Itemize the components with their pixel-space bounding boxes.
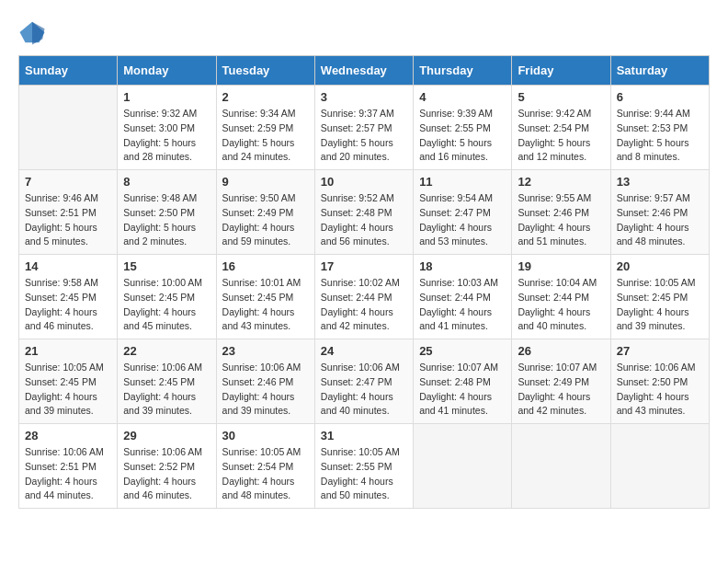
day-number: 13 [617,175,703,189]
day-number: 22 [123,344,210,358]
day-number: 8 [123,175,210,189]
calendar-day-cell: 12Sunrise: 9:55 AM Sunset: 2:46 PM Dayli… [512,170,610,255]
day-info: Sunrise: 10:05 AM Sunset: 2:45 PM Daylig… [25,361,111,419]
calendar-day-cell: 28Sunrise: 10:06 AM Sunset: 2:51 PM Dayl… [19,424,118,509]
day-number: 5 [518,90,604,104]
calendar-day-cell [512,424,610,509]
calendar-day-cell: 1Sunrise: 9:32 AM Sunset: 3:00 PM Daylig… [118,86,216,170]
day-number: 1 [123,90,210,104]
day-info: Sunrise: 9:55 AM Sunset: 2:46 PM Dayligh… [518,191,604,249]
day-number: 20 [617,259,703,273]
calendar-day-cell: 14Sunrise: 9:58 AM Sunset: 2:45 PM Dayli… [19,255,118,339]
day-number: 4 [419,90,506,104]
calendar-body: 1Sunrise: 9:32 AM Sunset: 3:00 PM Daylig… [19,86,710,509]
day-number: 3 [321,90,407,104]
day-info: Sunrise: 10:06 AM Sunset: 2:45 PM Daylig… [123,361,210,419]
day-info: Sunrise: 9:58 AM Sunset: 2:45 PM Dayligh… [25,276,111,334]
calendar-day-cell: 22Sunrise: 10:06 AM Sunset: 2:45 PM Dayl… [118,339,216,424]
day-info: Sunrise: 10:06 AM Sunset: 2:46 PM Daylig… [222,361,309,419]
logo-icon [18,18,46,46]
calendar-day-cell [19,86,118,170]
calendar-day-cell: 23Sunrise: 10:06 AM Sunset: 2:46 PM Dayl… [216,339,314,424]
calendar-day-cell: 8Sunrise: 9:48 AM Sunset: 2:50 PM Daylig… [118,170,216,255]
day-number: 28 [25,429,111,442]
day-info: Sunrise: 10:03 AM Sunset: 2:44 PM Daylig… [419,276,506,334]
day-number: 23 [222,344,309,358]
calendar-day-cell: 3Sunrise: 9:37 AM Sunset: 2:57 PM Daylig… [314,86,413,170]
weekday-header: Saturday [610,56,709,86]
calendar-week-row: 21Sunrise: 10:05 AM Sunset: 2:45 PM Dayl… [19,339,710,424]
day-info: Sunrise: 10:05 AM Sunset: 2:54 PM Daylig… [222,445,309,503]
calendar-day-cell: 17Sunrise: 10:02 AM Sunset: 2:44 PM Dayl… [314,255,413,339]
calendar-day-cell: 29Sunrise: 10:06 AM Sunset: 2:52 PM Dayl… [118,424,216,509]
calendar-table: SundayMondayTuesdayWednesdayThursdayFrid… [18,55,710,509]
calendar-day-cell [610,424,709,509]
calendar-day-cell: 4Sunrise: 9:39 AM Sunset: 2:55 PM Daylig… [414,86,512,170]
weekday-header: Sunday [19,56,118,86]
day-info: Sunrise: 9:34 AM Sunset: 2:59 PM Dayligh… [222,107,309,165]
day-number: 16 [222,259,309,273]
day-number: 21 [25,344,111,358]
day-number: 7 [25,175,111,189]
day-info: Sunrise: 9:52 AM Sunset: 2:48 PM Dayligh… [321,191,407,249]
calendar-day-cell: 11Sunrise: 9:54 AM Sunset: 2:47 PM Dayli… [414,170,512,255]
day-number: 6 [617,90,703,104]
day-info: Sunrise: 10:00 AM Sunset: 2:45 PM Daylig… [123,276,210,334]
day-number: 29 [123,429,210,442]
weekday-header: Monday [118,56,216,86]
day-info: Sunrise: 10:06 AM Sunset: 2:50 PM Daylig… [617,361,703,419]
day-info: Sunrise: 10:07 AM Sunset: 2:49 PM Daylig… [518,361,604,419]
day-info: Sunrise: 10:05 AM Sunset: 2:45 PM Daylig… [617,276,703,334]
day-info: Sunrise: 10:07 AM Sunset: 2:48 PM Daylig… [419,361,506,419]
day-info: Sunrise: 9:46 AM Sunset: 2:51 PM Dayligh… [25,191,111,249]
calendar-header: SundayMondayTuesdayWednesdayThursdayFrid… [19,56,710,86]
day-info: Sunrise: 9:39 AM Sunset: 2:55 PM Dayligh… [419,107,506,165]
day-info: Sunrise: 9:42 AM Sunset: 2:54 PM Dayligh… [518,107,604,165]
day-info: Sunrise: 10:06 AM Sunset: 2:51 PM Daylig… [25,445,111,503]
day-info: Sunrise: 10:02 AM Sunset: 2:44 PM Daylig… [321,276,407,334]
calendar-day-cell: 16Sunrise: 10:01 AM Sunset: 2:45 PM Dayl… [216,255,314,339]
weekday-header: Tuesday [216,56,314,86]
day-info: Sunrise: 9:32 AM Sunset: 3:00 PM Dayligh… [123,107,210,165]
calendar-day-cell: 25Sunrise: 10:07 AM Sunset: 2:48 PM Dayl… [414,339,512,424]
day-number: 10 [321,175,407,189]
day-info: Sunrise: 9:54 AM Sunset: 2:47 PM Dayligh… [419,191,506,249]
weekday-header: Friday [512,56,610,86]
day-number: 30 [222,429,309,442]
calendar-day-cell: 31Sunrise: 10:05 AM Sunset: 2:55 PM Dayl… [314,424,413,509]
calendar-day-cell: 30Sunrise: 10:05 AM Sunset: 2:54 PM Dayl… [216,424,314,509]
day-number: 2 [222,90,309,104]
calendar-day-cell: 27Sunrise: 10:06 AM Sunset: 2:50 PM Dayl… [610,339,709,424]
day-number: 14 [25,259,111,273]
calendar-day-cell: 7Sunrise: 9:46 AM Sunset: 2:51 PM Daylig… [19,170,118,255]
day-number: 12 [518,175,604,189]
day-info: Sunrise: 9:44 AM Sunset: 2:53 PM Dayligh… [617,107,703,165]
day-number: 17 [321,259,407,273]
day-info: Sunrise: 10:06 AM Sunset: 2:47 PM Daylig… [321,361,407,419]
day-number: 27 [617,344,703,358]
calendar-day-cell: 19Sunrise: 10:04 AM Sunset: 2:44 PM Dayl… [512,255,610,339]
day-number: 26 [518,344,604,358]
calendar-day-cell: 26Sunrise: 10:07 AM Sunset: 2:49 PM Dayl… [512,339,610,424]
day-info: Sunrise: 10:01 AM Sunset: 2:45 PM Daylig… [222,276,309,334]
calendar-day-cell: 9Sunrise: 9:50 AM Sunset: 2:49 PM Daylig… [216,170,314,255]
svg-marker-1 [32,22,45,45]
calendar-day-cell [414,424,512,509]
calendar-day-cell: 2Sunrise: 9:34 AM Sunset: 2:59 PM Daylig… [216,86,314,170]
calendar-day-cell: 6Sunrise: 9:44 AM Sunset: 2:53 PM Daylig… [610,86,709,170]
day-info: Sunrise: 9:50 AM Sunset: 2:49 PM Dayligh… [222,191,309,249]
calendar-week-row: 14Sunrise: 9:58 AM Sunset: 2:45 PM Dayli… [19,255,710,339]
day-info: Sunrise: 10:06 AM Sunset: 2:52 PM Daylig… [123,445,210,503]
header-row: SundayMondayTuesdayWednesdayThursdayFrid… [19,56,710,86]
calendar-week-row: 28Sunrise: 10:06 AM Sunset: 2:51 PM Dayl… [19,424,710,509]
day-info: Sunrise: 9:37 AM Sunset: 2:57 PM Dayligh… [321,107,407,165]
logo [18,18,48,46]
calendar-day-cell: 24Sunrise: 10:06 AM Sunset: 2:47 PM Dayl… [314,339,413,424]
day-number: 18 [419,259,506,273]
weekday-header: Thursday [414,56,512,86]
calendar-day-cell: 10Sunrise: 9:52 AM Sunset: 2:48 PM Dayli… [314,170,413,255]
day-info: Sunrise: 9:48 AM Sunset: 2:50 PM Dayligh… [123,191,210,249]
day-number: 9 [222,175,309,189]
calendar-day-cell: 5Sunrise: 9:42 AM Sunset: 2:54 PM Daylig… [512,86,610,170]
day-info: Sunrise: 10:04 AM Sunset: 2:44 PM Daylig… [518,276,604,334]
